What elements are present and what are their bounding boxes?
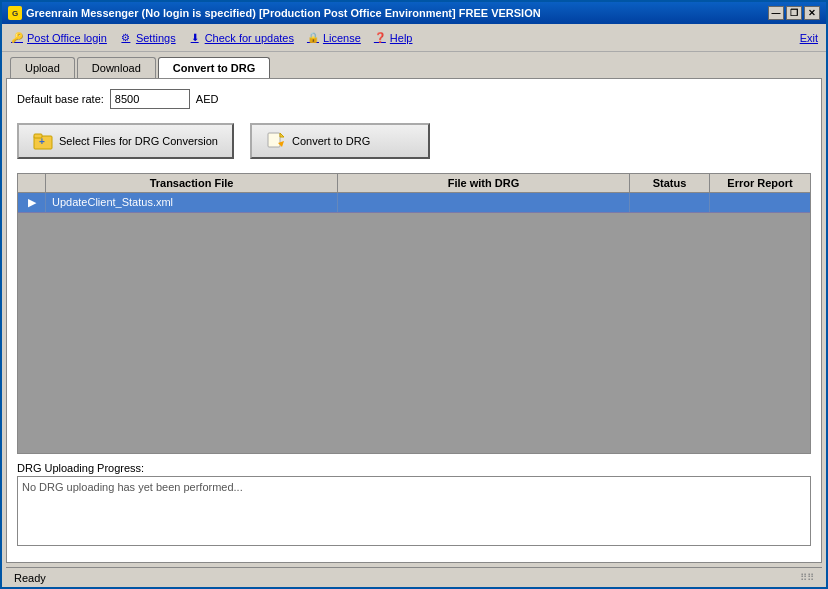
file-table: Transaction File File with DRG Status Er… [17,173,811,454]
resize-grip-icon: ⠿⠿ [800,572,814,583]
tab-download[interactable]: Download [77,57,156,78]
table-row[interactable]: ▶ UpdateClient_Status.xml [18,193,810,213]
app-icon: G [8,6,22,20]
menu-post-office-login[interactable]: 🔑 Post Office login [10,31,107,45]
convert-label: Convert to DRG [292,135,370,147]
row-error-report [710,193,810,212]
progress-section: DRG Uploading Progress: No DRG uploading… [17,462,811,546]
col-arrow [18,174,46,192]
base-rate-input[interactable] [110,89,190,109]
main-content: Default base rate: AED + Select Files fo… [6,78,822,563]
help-icon: ❓ [373,31,387,45]
progress-label: DRG Uploading Progress: [17,462,811,474]
menu-settings[interactable]: ⚙ Settings [119,31,176,45]
menu-check-updates-label: Check for updates [205,32,294,44]
base-rate-row: Default base rate: AED [17,89,811,109]
window-title: Greenrain Messenger (No login is specifi… [26,7,541,19]
menubar: 🔑 Post Office login ⚙ Settings ⬇ Check f… [2,24,826,52]
base-rate-unit: AED [196,93,219,105]
col-transaction-file: Transaction File [46,174,338,192]
convert-button[interactable]: Convert to DRG [250,123,430,159]
title-bar-left: G Greenrain Messenger (No login is speci… [8,6,541,20]
license-icon: 🔒 [306,31,320,45]
row-file-with-drg [338,193,630,212]
row-status [630,193,710,212]
tab-upload[interactable]: Upload [10,57,75,78]
tabs-bar: Upload Download Convert to DRG [2,52,826,78]
row-arrow: ▶ [18,193,46,212]
col-error-report: Error Report [710,174,810,192]
row-transaction-file: UpdateClient_Status.xml [46,193,338,212]
actions-row: + Select Files for DRG Conversion Conver… [17,123,811,159]
status-bar: Ready ⠿⠿ [6,567,822,587]
menu-check-updates[interactable]: ⬇ Check for updates [188,31,294,45]
key-icon: 🔑 [10,31,24,45]
col-status: Status [630,174,710,192]
base-rate-label: Default base rate: [17,93,104,105]
status-text: Ready [14,572,46,584]
menu-license[interactable]: 🔒 License [306,31,361,45]
menu-help-label: Help [390,32,413,44]
table-body: ▶ UpdateClient_Status.xml [18,193,810,453]
title-controls: — ❐ ✕ [768,6,820,20]
menu-license-label: License [323,32,361,44]
col-file-with-drg: File with DRG [338,174,630,192]
svg-marker-4 [280,133,284,137]
select-files-label: Select Files for DRG Conversion [59,135,218,147]
title-bar: G Greenrain Messenger (No login is speci… [2,2,826,24]
restore-button[interactable]: ❐ [786,6,802,20]
progress-text: No DRG uploading has yet been performed.… [22,481,243,493]
menu-post-office-login-label: Post Office login [27,32,107,44]
select-files-button[interactable]: + Select Files for DRG Conversion [17,123,234,159]
close-button[interactable]: ✕ [804,6,820,20]
table-header: Transaction File File with DRG Status Er… [18,174,810,193]
progress-box: No DRG uploading has yet been performed.… [17,476,811,546]
tab-convert-to-drg[interactable]: Convert to DRG [158,57,271,78]
svg-rect-3 [268,133,280,147]
convert-icon [266,131,286,151]
download-icon: ⬇ [188,31,202,45]
main-window: G Greenrain Messenger (No login is speci… [0,0,828,589]
exit-button[interactable]: Exit [800,32,818,44]
menu-settings-label: Settings [136,32,176,44]
settings-icon: ⚙ [119,31,133,45]
minimize-button[interactable]: — [768,6,784,20]
folder-plus-icon: + [33,131,53,151]
svg-text:+: + [39,136,45,147]
menu-help[interactable]: ❓ Help [373,31,413,45]
